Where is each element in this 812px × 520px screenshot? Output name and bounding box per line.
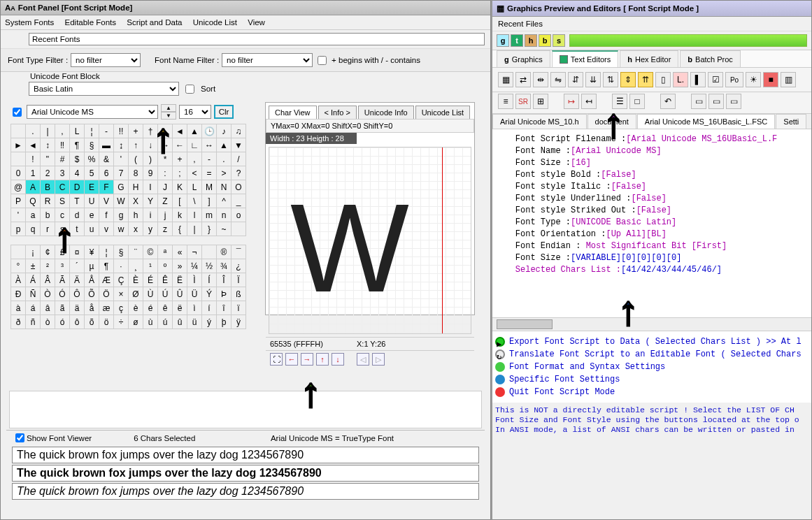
- char-cell[interactable]: [158, 124, 173, 138]
- next-button[interactable]: ▷: [372, 353, 385, 366]
- link-translate[interactable]: Translate Font Script to an Editable Fon…: [509, 348, 802, 361]
- char-cell[interactable]: W: [114, 194, 129, 208]
- doc-tab-2[interactable]: Arial Unicode MS_16UBasic_L.FSC: [637, 114, 775, 129]
- char-cell[interactable]: ú: [158, 315, 173, 329]
- char-cell[interactable]: L: [70, 124, 85, 138]
- char-cell[interactable]: !!: [114, 124, 129, 138]
- char-cell[interactable]: ¶: [99, 259, 114, 273]
- char-cell[interactable]: 0: [11, 166, 26, 180]
- char-cell[interactable]: 9: [143, 166, 158, 180]
- char-cell[interactable]: ↓: [143, 138, 158, 152]
- char-cell[interactable]: ç: [114, 301, 129, 315]
- char-cell[interactable]: ,: [187, 152, 202, 166]
- char-cell[interactable]: A: [26, 180, 41, 194]
- char-cell[interactable]: f: [99, 208, 114, 222]
- char-cell[interactable]: ~: [217, 222, 232, 236]
- char-cell[interactable]: ¾: [217, 259, 232, 273]
- char-cell[interactable]: n: [217, 208, 232, 222]
- char-cell[interactable]: ?: [232, 166, 246, 180]
- char-cell[interactable]: Y: [143, 194, 158, 208]
- doc-tab-1[interactable]: document: [587, 114, 636, 129]
- tool-blank[interactable]: □: [629, 94, 645, 109]
- char-cell[interactable]: o: [232, 208, 246, 222]
- char-cell[interactable]: ð: [11, 315, 26, 329]
- tool-check[interactable]: ☑: [708, 72, 723, 87]
- char-cell[interactable]: Û: [173, 287, 187, 301]
- tool-grid[interactable]: ▦: [498, 72, 513, 87]
- char-cell[interactable]: î: [217, 301, 232, 315]
- char-cell[interactable]: ß: [232, 287, 246, 301]
- char-cell[interactable]: h: [129, 208, 143, 222]
- char-cell[interactable]: ã: [55, 301, 70, 315]
- char-cell[interactable]: õ: [85, 315, 99, 329]
- char-cell[interactable]: B: [41, 180, 55, 194]
- menu-editable-fonts[interactable]: Editable Fonts: [65, 18, 117, 27]
- tab-unicode-info[interactable]: Unicode Info: [358, 106, 414, 119]
- tool-red-box[interactable]: ■: [763, 72, 778, 87]
- char-cell[interactable]: E: [85, 180, 99, 194]
- char-cell[interactable]: <: [187, 166, 202, 180]
- char-cell[interactable]: s: [55, 222, 70, 236]
- tool-L[interactable]: L.: [673, 72, 688, 87]
- char-cell[interactable]: ª: [158, 245, 173, 259]
- tool-window[interactable]: ⊞: [533, 94, 548, 109]
- char-cell[interactable]: i: [143, 208, 158, 222]
- char-cell[interactable]: ∟: [187, 138, 202, 152]
- sort-checkbox[interactable]: [185, 85, 194, 94]
- char-cell[interactable]: .: [26, 124, 41, 138]
- char-cell[interactable]: k: [173, 208, 187, 222]
- char-cell[interactable]: ¼: [187, 259, 202, 273]
- char-cell[interactable]: \: [187, 194, 202, 208]
- char-cell[interactable]: ^: [217, 194, 232, 208]
- tab-info[interactable]: < Info >: [318, 106, 357, 119]
- char-cell[interactable]: »: [173, 259, 187, 273]
- char-cell[interactable]: ô: [70, 315, 85, 329]
- char-cell[interactable]: %: [85, 152, 99, 166]
- char-cell[interactable]: ì: [187, 301, 202, 315]
- char-cell[interactable]: p: [11, 222, 26, 236]
- char-cell[interactable]: N: [217, 180, 232, 194]
- char-cell[interactable]: Å: [85, 273, 99, 287]
- doc-tab-0[interactable]: Arial Unicode MS_10.h: [492, 114, 587, 129]
- char-cell[interactable]: ë: [173, 301, 187, 315]
- tool-layer3[interactable]: ▭: [726, 94, 741, 109]
- char-cell[interactable]: é: [143, 301, 158, 315]
- char-cell[interactable]: >: [217, 166, 232, 180]
- char-cell[interactable]: y: [143, 222, 158, 236]
- link-format[interactable]: Font Format and Syntax Settings: [509, 361, 665, 373]
- char-cell[interactable]: u: [85, 222, 99, 236]
- tab-unicode-list[interactable]: Unicode List: [415, 106, 471, 119]
- name-filter-select[interactable]: no filter: [222, 53, 313, 67]
- char-cell[interactable]: ↨: [114, 138, 129, 152]
- char-cell[interactable]: ï: [232, 301, 246, 315]
- char-cell[interactable]: Ô: [70, 287, 85, 301]
- char-cell[interactable]: Ð: [11, 287, 26, 301]
- char-cell[interactable]: @: [11, 180, 26, 194]
- menu-view[interactable]: View: [248, 18, 265, 27]
- char-cell[interactable]: [: [173, 194, 187, 208]
- begins-checkbox[interactable]: [318, 56, 327, 65]
- char-cell[interactable]: Ì: [187, 273, 202, 287]
- char-cell[interactable]: ♪: [217, 124, 232, 138]
- char-cell[interactable]: }: [202, 222, 217, 236]
- tab-batch-proc[interactable]: bBatch Proc: [680, 50, 741, 67]
- char-cell[interactable]: Ê: [158, 273, 173, 287]
- char-cell[interactable]: 6: [99, 166, 114, 180]
- char-cell[interactable]: {: [173, 222, 187, 236]
- char-cell[interactable]: 3: [55, 166, 70, 180]
- char-cell[interactable]: K: [173, 180, 187, 194]
- char-cell[interactable]: m: [202, 208, 217, 222]
- char-cell[interactable]: ê: [158, 301, 173, 315]
- char-cell[interactable]: Î: [217, 273, 232, 287]
- char-cell[interactable]: ÿ: [232, 315, 246, 329]
- char-cell[interactable]: S: [55, 194, 70, 208]
- char-cell[interactable]: ↔: [202, 138, 217, 152]
- char-cell[interactable]: /: [232, 152, 246, 166]
- tool-undo[interactable]: ↶: [660, 94, 676, 109]
- char-cell[interactable]: ¡: [26, 245, 41, 259]
- link-export[interactable]: Export Font Script to Data ( Selected Ch…: [509, 335, 802, 348]
- char-cell[interactable]: C: [55, 180, 70, 194]
- char-cell[interactable]: ]: [202, 194, 217, 208]
- doc-tab-3[interactable]: Setti: [776, 114, 806, 129]
- hscroll-thumb[interactable]: [497, 319, 553, 329]
